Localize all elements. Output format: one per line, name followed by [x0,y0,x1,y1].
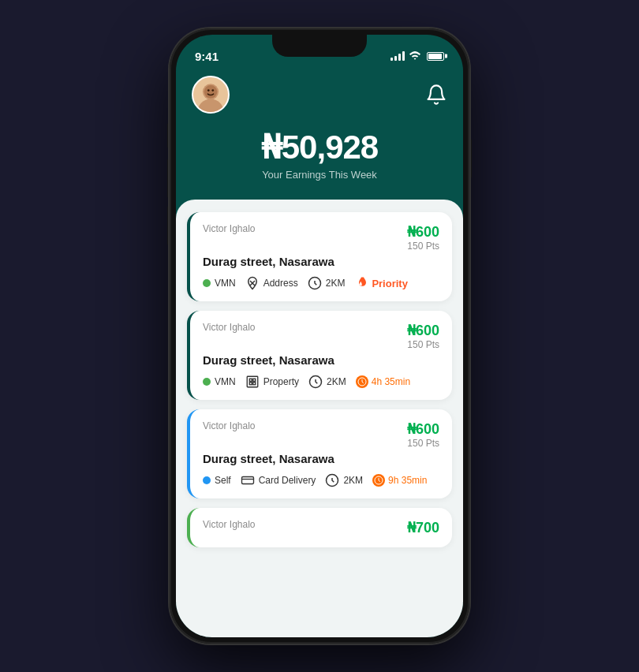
speedometer-icon-3 [325,473,339,487]
card-1-header: Victor Ighalo ₦600 150 Pts [203,223,439,252]
fire-icon [354,276,368,290]
property-label: Property [263,376,299,387]
card-3-time-tag: 9h 35min [372,474,427,487]
card-4-header: Victor Ighalo ₦700 [203,519,439,536]
card-1-address-tag: Address [245,276,298,290]
card-2-header: Victor Ighalo ₦600 150 Pts [203,322,439,350]
app-header: ₦50,928 Your Earnings This Week [176,69,463,200]
earnings-section: ₦50,928 Your Earnings This Week [192,129,447,200]
card-3-pts: 150 Pts [407,438,439,449]
card-3-distance-tag: 2KM [325,473,363,487]
delivery-card-3[interactable]: Victor Ighalo ₦600 150 Pts Durag street,… [187,409,452,498]
card-3-tags: Self Card Delivery 2 [203,473,439,487]
speedometer-icon-2 [308,375,323,389]
status-time: 9:41 [195,50,219,63]
clock-icon-2 [356,375,368,388]
svg-rect-10 [252,379,255,381]
avatar[interactable] [192,76,230,114]
card-2-time-tag: 4h 35min [356,375,410,388]
card-1-address: Durag street, Nasarawa [203,255,439,268]
card-1-price: ₦600 [407,223,439,241]
svg-point-2 [204,85,218,99]
card-1-tags: VMN Address [203,276,439,290]
card-2-customer: Victor Ighalo [203,322,256,333]
card-1-distance-tag: 2KM [308,276,346,290]
address-tag-label: Address [263,278,298,289]
card-2-price: ₦600 [407,322,439,339]
distance-label-3: 2KM [343,475,363,486]
card-4-price: ₦700 [407,519,439,536]
earnings-label: Your Earnings This Week [192,169,447,181]
svg-point-4 [211,89,214,91]
svg-rect-15 [241,477,253,484]
vmn-dot-icon-2 [203,378,211,386]
card-1-pts: 150 Pts [407,241,439,252]
distance-label-1: 2KM [326,278,346,289]
notification-bell-icon[interactable] [425,84,447,106]
vmn-label: VMN [215,278,236,289]
card-3-card-tag: Card Delivery [241,473,316,487]
signal-icon [390,51,405,61]
speedometer-icon [308,276,322,290]
address-icon [245,276,260,290]
card-2-tags: VMN Property [203,375,439,389]
svg-rect-9 [249,379,252,381]
delivery-card-2[interactable]: Victor Ighalo ₦600 150 Pts Durag street,… [187,311,452,400]
card-4-customer: Victor Ighalo [203,519,256,530]
card-3-price: ₦600 [407,420,439,438]
card-1-priority-tag: Priority [354,276,408,290]
card-1-vmn-tag: VMN [203,278,236,289]
card-2-distance-tag: 2KM [308,375,346,389]
status-icons [390,50,444,62]
delivery-card-4[interactable]: Victor Ighalo ₦700 [187,508,452,547]
svg-point-0 [198,99,224,114]
svg-rect-8 [247,376,258,387]
svg-rect-12 [252,383,255,385]
svg-point-3 [207,89,210,91]
vmn-dot-icon [203,279,211,287]
earnings-amount: ₦50,928 [192,129,447,166]
card-3-price-section: ₦600 150 Pts [407,420,439,449]
phone-device: 9:41 [170,28,469,644]
building-icon [245,375,260,389]
card-2-vmn-tag: VMN [203,376,236,387]
card-1-customer: Victor Ighalo [203,223,256,234]
card-3-header: Victor Ighalo ₦600 150 Pts [203,420,439,449]
time-label-2: 4h 35min [372,376,410,387]
clock-icon-3 [372,474,385,487]
card-3-address: Durag street, Nasarawa [203,452,439,465]
card-3-customer: Victor Ighalo [203,420,256,431]
self-dot-icon [203,476,211,484]
card-2-price-section: ₦600 150 Pts [407,322,439,350]
card-2-pts: 150 Pts [407,339,439,350]
card-2-address: Durag street, Nasarawa [203,353,439,367]
card-delivery-icon [241,473,255,487]
time-label-3: 9h 35min [388,475,427,486]
vmn-label-2: VMN [215,376,236,387]
battery-icon [427,52,444,61]
delivery-card-1[interactable]: Victor Ighalo ₦600 150 Pts Durag street,… [187,212,452,301]
card-delivery-label: Card Delivery [259,475,316,486]
phone-screen: 9:41 [176,35,463,637]
notch [272,35,367,57]
distance-label-2: 2KM [327,376,346,387]
svg-rect-11 [249,383,252,385]
priority-label: Priority [372,278,408,289]
card-3-self-tag: Self [203,475,231,486]
card-2-property-tag: Property [245,375,299,389]
cards-list[interactable]: Victor Ighalo ₦600 150 Pts Durag street,… [176,200,463,637]
card-1-price-section: ₦600 150 Pts [407,223,439,252]
header-top [192,76,447,114]
self-label: Self [215,475,231,486]
wifi-icon [409,50,421,62]
